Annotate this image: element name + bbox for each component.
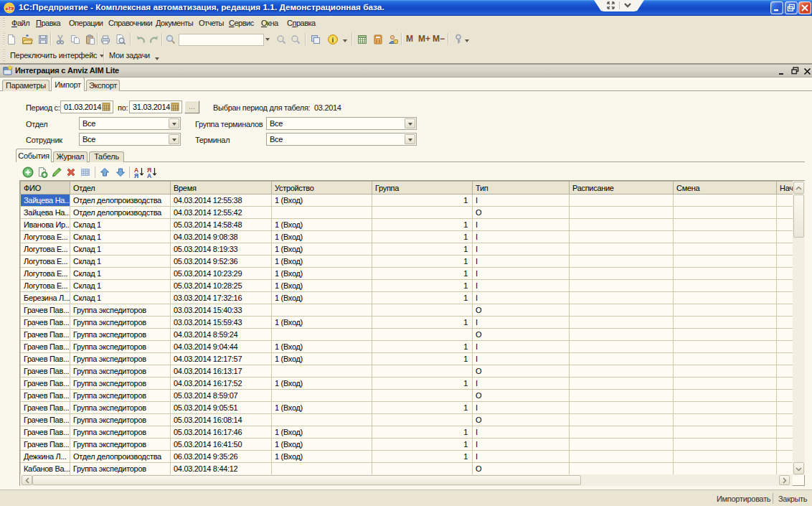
svg-text:А: А xyxy=(147,172,151,179)
svg-text:Я: Я xyxy=(134,172,138,179)
svg-text:i: i xyxy=(332,36,334,44)
svg-text:1с: 1с xyxy=(6,6,12,11)
